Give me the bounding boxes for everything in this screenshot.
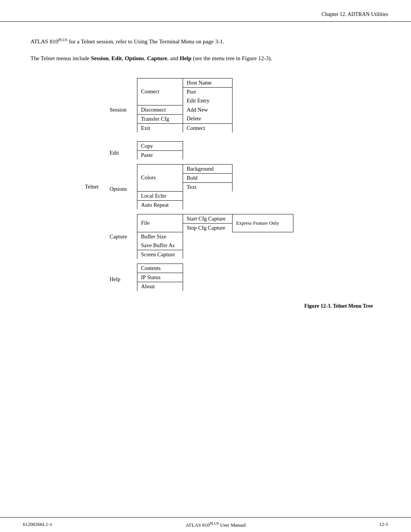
colors-label: Colors: [137, 164, 183, 192]
delete-label: Delete: [183, 114, 232, 123]
chapter-title: Chapter 12. ADTRAN Utilities: [322, 11, 388, 18]
figure-caption: Figure 12-3. Telnet Menu Tree: [30, 303, 381, 309]
intro1-text2: for a Telnet session, refer to Using The…: [67, 38, 224, 45]
transfer-cfg-label: Transfer Cfg: [137, 114, 183, 123]
footer-center: ATLAS 810PLUS User Manual: [186, 521, 246, 528]
bold-color-label: Bold: [183, 173, 232, 182]
bold-options: Options: [125, 55, 144, 61]
telnet-root-row: Telnet Session Connect Host Name: [82, 78, 293, 88]
capture-section-row: Capture File Start Cfg Capture Express F…: [82, 214, 293, 223]
save-buffer-label: Save Buffer As: [137, 241, 183, 250]
page-footer: 61200266L1-1 ATLAS 810PLUS User Manual 1…: [0, 517, 411, 532]
contents-label: Contents: [137, 264, 183, 273]
screen-capture-label: Screen Capture: [137, 250, 183, 259]
bold-edit: Edit: [112, 55, 122, 61]
menu-tree-table: Telnet Session Connect Host Name Port Ed…: [82, 78, 293, 296]
session-label: Session: [107, 78, 137, 142]
bold-session: Session: [91, 55, 109, 61]
host-name-label: Host Name: [183, 78, 232, 88]
ip-status-label: IP Status: [137, 273, 183, 282]
port-label: Port: [183, 88, 232, 97]
options-label: Options: [107, 164, 137, 214]
exit-label: Exit: [137, 123, 183, 133]
about-label: About: [137, 282, 183, 291]
edit-label: Edit: [107, 142, 137, 165]
footer-left: 61200266L1-1: [23, 521, 52, 528]
file-label: File: [137, 214, 183, 232]
menu-tree-diagram: Telnet Session Connect Host Name Port Ed…: [82, 78, 329, 296]
footer-center-sup: PLUS: [210, 521, 219, 526]
auto-repeat-label: Auto Repeat: [137, 201, 183, 210]
help-label: Help: [107, 264, 137, 296]
options-section-row: Options Colors Background: [82, 164, 293, 173]
local-echo-label: Local Echo: [137, 192, 183, 201]
page-header: Chapter 12. ADTRAN Utilities: [0, 0, 411, 22]
intro1-text1: ATLAS 810: [30, 38, 58, 45]
add-new-label: Add New: [183, 105, 232, 114]
bold-help: Help: [180, 55, 191, 61]
express-feature-label: Express Feature Only: [232, 214, 293, 232]
connect2-label: Connect: [183, 123, 232, 133]
disconnect-label: Disconnect: [137, 105, 183, 114]
help-section-row: Help Contents: [82, 264, 293, 273]
capture-label: Capture: [107, 214, 137, 259]
footer-center-text2: User Manual: [219, 522, 246, 528]
stop-cfg-label: Stop Cfg Capture: [183, 223, 232, 232]
footer-center-text1: ATLAS 810: [186, 522, 210, 528]
intro-paragraph-1: ATLAS 810PLUS for a Telnet session, refe…: [30, 37, 381, 46]
paste-label: Paste: [137, 151, 183, 160]
text-color-label: Text: [183, 182, 232, 192]
start-cfg-label: Start Cfg Capture: [183, 214, 232, 223]
footer-right: 12-5: [379, 521, 388, 528]
connect-label: Connect: [137, 78, 183, 105]
buffer-size-label: Buffer Size: [137, 232, 183, 241]
page-content: ATLAS 810PLUS for a Telnet session, refe…: [0, 22, 411, 340]
telnet-label: Telnet: [82, 78, 107, 296]
edit-entry-label: Edit Entry: [183, 96, 232, 105]
bold-capture: Capture: [147, 55, 167, 61]
intro-paragraph-2: The Telnet menus include Session, Edit, …: [30, 54, 381, 63]
edit-section-row: Edit Copy: [82, 142, 293, 151]
background-label: Background: [183, 164, 232, 173]
intro1-superscript: PLUS: [58, 38, 67, 42]
copy-label: Copy: [137, 142, 183, 151]
